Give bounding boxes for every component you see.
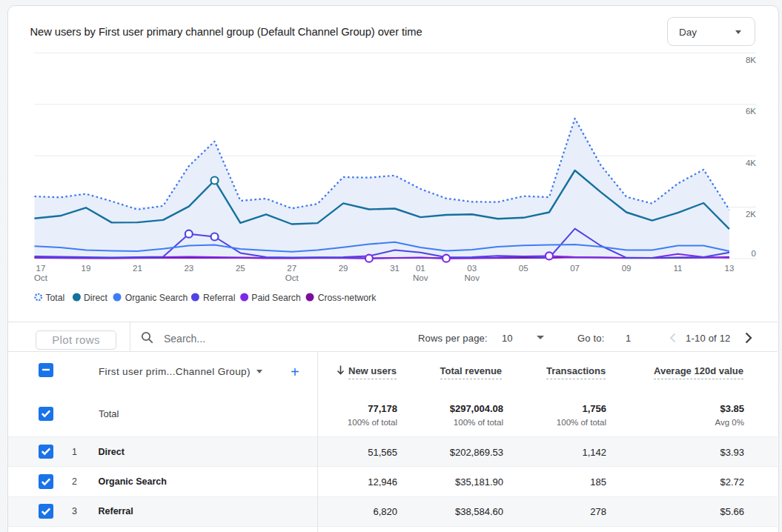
svg-text:25: 25 <box>236 264 245 273</box>
svg-text:31: 31 <box>390 264 400 273</box>
svg-text:Total: Total <box>45 293 64 303</box>
svg-text:07: 07 <box>570 264 580 273</box>
svg-text:Referral: Referral <box>203 293 235 303</box>
svg-text:01: 01 <box>416 264 425 273</box>
svg-text:03: 03 <box>467 264 477 273</box>
svg-text:09: 09 <box>622 264 632 273</box>
svg-text:17: 17 <box>36 264 46 273</box>
svg-text:Cross-network: Cross-network <box>318 293 377 303</box>
svg-text:4K: 4K <box>746 159 756 167</box>
svg-text:23: 23 <box>184 264 193 273</box>
svg-text:2K: 2K <box>746 210 756 219</box>
svg-text:05: 05 <box>519 264 528 273</box>
svg-text:6K: 6K <box>746 107 756 116</box>
svg-text:13: 13 <box>725 264 735 273</box>
svg-text:Direct: Direct <box>84 293 107 303</box>
svg-text:29: 29 <box>339 264 348 273</box>
svg-text:Paid Search: Paid Search <box>251 293 300 303</box>
svg-text:Nov: Nov <box>413 273 428 282</box>
svg-text:Oct: Oct <box>285 273 299 282</box>
svg-text:0: 0 <box>752 249 756 258</box>
svg-text:Nov: Nov <box>464 273 480 282</box>
svg-text:21: 21 <box>133 264 142 273</box>
svg-text:Organic Search: Organic Search <box>125 293 188 303</box>
svg-text:11: 11 <box>674 264 683 273</box>
svg-text:Oct: Oct <box>34 273 48 282</box>
svg-text:27: 27 <box>287 264 296 273</box>
svg-text:19: 19 <box>82 264 91 273</box>
svg-text:8K: 8K <box>746 56 756 64</box>
